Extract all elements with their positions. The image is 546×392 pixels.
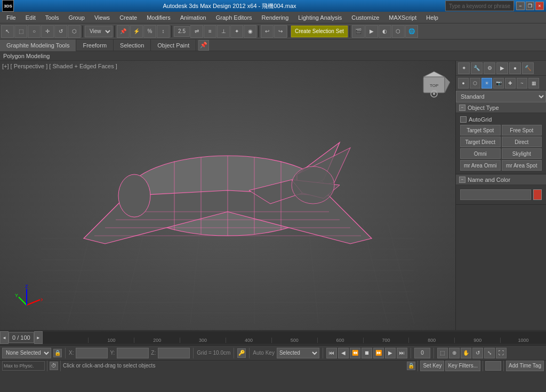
angle-snap-button[interactable]: ⚡ xyxy=(130,25,143,38)
play-reverse-button[interactable]: ⏪ xyxy=(350,348,360,358)
material-editor-button[interactable]: ⬡ xyxy=(392,25,405,38)
maximize-viewport-button[interactable]: ⛶ xyxy=(496,348,507,358)
spinner-snap-button[interactable]: ↕ xyxy=(157,25,170,38)
set-key-button[interactable]: Set Key xyxy=(420,361,444,371)
go-to-start-button[interactable]: ⏮ xyxy=(326,348,337,358)
x-coord-input[interactable] xyxy=(76,348,108,358)
menu-modifiers[interactable]: Modifiers xyxy=(142,13,175,22)
close-button[interactable]: × xyxy=(535,2,544,10)
select-pointer-button[interactable]: ↖ xyxy=(1,25,14,38)
utilities-panel-button[interactable]: 🔨 xyxy=(522,62,534,74)
geometry-icon[interactable]: ● xyxy=(458,78,469,89)
menu-tools[interactable]: Tools xyxy=(41,13,63,22)
zoom-region-button[interactable]: ⊕ xyxy=(449,348,460,358)
graphite-pin-button[interactable]: 📌 xyxy=(198,40,209,51)
stop-button[interactable]: ⏹ xyxy=(362,348,372,358)
arc-rotate-button[interactable]: ↺ xyxy=(472,348,483,358)
viewcube[interactable]: TOP xyxy=(418,66,450,98)
systems-icon[interactable]: ▦ xyxy=(528,78,539,89)
rotate-button[interactable]: ↺ xyxy=(54,25,67,38)
search-box[interactable]: Type a keyword or phrase xyxy=(445,1,514,11)
select-circle-button[interactable]: ○ xyxy=(28,25,41,38)
cameras-icon[interactable]: 📷 xyxy=(493,78,504,89)
omni-button[interactable]: Omni xyxy=(460,148,501,159)
object-type-collapse-button[interactable]: − xyxy=(459,105,465,111)
menu-lighting-analysis[interactable]: Lighting Analysis xyxy=(294,13,346,22)
percent-snap-button[interactable]: % xyxy=(143,25,156,38)
standard-dropdown[interactable]: Standard Photometric xyxy=(456,91,546,102)
menu-create[interactable]: Create xyxy=(115,13,141,22)
scale-button[interactable]: ⬡ xyxy=(68,25,81,38)
skylight-button[interactable]: Skylight xyxy=(502,148,542,159)
key-filters-button[interactable]: Key Filters... xyxy=(445,361,480,371)
undo-button[interactable]: ↩ xyxy=(261,25,274,38)
viewport[interactable]: [+] [ Perspective ] [ Shaded + Edged Fac… xyxy=(0,61,455,330)
normal-align-button[interactable]: ⊥ xyxy=(217,25,230,38)
render-button[interactable]: ▶ xyxy=(365,25,378,38)
isolate-button[interactable]: ◉ xyxy=(244,25,256,38)
object-name-input[interactable] xyxy=(460,189,531,200)
menu-help[interactable]: Help xyxy=(422,13,443,22)
render-setup-button[interactable]: 🎬 xyxy=(352,25,365,38)
target-direct-button[interactable]: Target Direct xyxy=(460,137,501,147)
free-direct-button[interactable]: Direct xyxy=(502,137,542,147)
frame-number-display[interactable]: 0 xyxy=(485,361,501,371)
tab-selection[interactable]: Selection xyxy=(114,39,151,51)
pan-button[interactable]: ✋ xyxy=(461,348,471,358)
auto-key-dropdown[interactable]: Selected All xyxy=(277,348,319,358)
mirror-button[interactable]: ⇌ xyxy=(190,25,203,38)
activeshade-button[interactable]: ◐ xyxy=(379,25,391,38)
menu-graph-editors[interactable]: Graph Editors xyxy=(212,13,256,22)
motion-panel-button[interactable]: ▶ xyxy=(496,62,508,74)
time-snap-icon[interactable]: ⏱ xyxy=(50,362,58,370)
menu-customize[interactable]: Customize xyxy=(347,13,383,22)
z-coord-input[interactable] xyxy=(158,348,190,358)
target-spot-button[interactable]: Target Spot xyxy=(460,125,501,135)
minimize-button[interactable]: − xyxy=(516,2,525,10)
view-mode-dropdown[interactable]: View xyxy=(85,26,113,37)
timeline-track[interactable]: 100 200 300 400 500 600 700 800 900 1000 xyxy=(43,331,546,344)
scene-explorer-button[interactable]: 🌐 xyxy=(405,25,418,38)
viewport-canvas[interactable] xyxy=(0,61,455,330)
max-to-physx-button[interactable]: Max to Physc. xyxy=(2,361,45,371)
timeline-left-nav[interactable]: ◄ xyxy=(0,331,9,344)
move-button[interactable]: ✛ xyxy=(41,25,54,38)
key-icon[interactable]: 🔑 xyxy=(237,348,246,358)
y-coord-input[interactable] xyxy=(117,348,149,358)
shapes-icon[interactable]: ⬡ xyxy=(470,78,480,89)
prev-frame-button[interactable]: ◀ xyxy=(338,348,349,358)
menu-views[interactable]: Views xyxy=(90,13,114,22)
create-panel-button[interactable]: ✦ xyxy=(458,62,470,74)
name-color-collapse-button[interactable]: − xyxy=(459,177,465,183)
play-forward-button[interactable]: ⏩ xyxy=(373,348,384,358)
color-swatch[interactable] xyxy=(533,189,542,200)
timeline-right-nav[interactable]: ► xyxy=(34,331,43,344)
snap-toggle-button[interactable]: 📌 xyxy=(117,25,130,38)
add-time-tag-button[interactable]: Add Time Tag xyxy=(506,361,544,371)
field-of-view-button[interactable]: ⤡ xyxy=(484,348,495,358)
lights-icon[interactable]: ☀ xyxy=(481,78,492,89)
menu-edit[interactable]: Edit xyxy=(21,13,40,22)
align-button[interactable]: ≡ xyxy=(204,25,216,38)
menu-rendering[interactable]: Rendering xyxy=(258,13,293,22)
zoom-extents-button[interactable]: ⬚ xyxy=(437,348,448,358)
status-lock-icon[interactable]: 🔒 xyxy=(407,362,415,370)
create-selection-set-button[interactable]: Create Selection Set xyxy=(291,26,348,37)
spacewarps-icon[interactable]: ~ xyxy=(517,78,527,89)
menu-animation[interactable]: Animation xyxy=(176,13,211,22)
selection-filter-dropdown[interactable]: None Selected xyxy=(2,348,51,358)
tab-freeform[interactable]: Freeform xyxy=(76,39,114,51)
hierarchy-panel-button[interactable]: ⚙ xyxy=(484,62,495,74)
free-spot-button[interactable]: Free Spot xyxy=(502,125,542,135)
menu-maxscript[interactable]: MAXScript xyxy=(384,13,421,22)
menu-file[interactable]: File xyxy=(2,13,20,22)
place-highlight-button[interactable]: ✦ xyxy=(230,25,243,38)
go-to-end-button[interactable]: ⏭ xyxy=(397,348,407,358)
mr-area-omni-button[interactable]: mr Area Omni xyxy=(460,160,501,171)
snap-strength-input[interactable] xyxy=(174,26,190,37)
mr-area-spot-button[interactable]: mr Area Spot xyxy=(502,160,542,171)
tab-object-paint[interactable]: Object Paint xyxy=(151,39,196,51)
redo-button[interactable]: ↪ xyxy=(274,25,287,38)
current-frame-input[interactable] xyxy=(414,348,430,358)
modify-panel-button[interactable]: 🔧 xyxy=(471,62,483,74)
